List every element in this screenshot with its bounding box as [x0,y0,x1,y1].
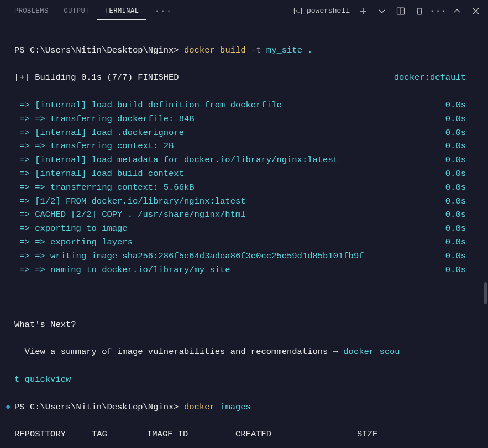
build-steps: => [internal] load build definition from… [14,98,478,277]
build-step-line: => exporting to image0.0s [14,222,478,236]
prompt: PS C:\Users\Nitin\Desktop\Nginx> [14,45,179,55]
build-step-text: => => transferring context: 2B [14,141,174,151]
build-step-line: => CACHED [2/2] COPY . /usr/share/nginx/… [14,208,478,222]
build-step-line: => [internal] load build definition from… [14,98,478,112]
build-step-time: 0.0s [445,167,466,181]
build-step-line: => [internal] load metadata for docker.i… [14,153,478,167]
panel-tabs: PROBLEMS OUTPUT TERMINAL ··· [7,1,180,21]
build-step-line: => => exporting layers0.0s [14,236,478,249]
build-step-line: => => transferring context: 2B0.0s [14,139,478,153]
build-step-text: => => writing image sha256:286f5e64d3ade… [14,251,364,261]
scrollbar-thumb[interactable] [484,282,487,304]
terminal-shell-selector[interactable]: powershell [292,6,350,17]
build-step-time: 0.0s [445,181,466,195]
svg-rect-0 [294,8,301,14]
build-step-line: => => transferring context: 5.66kB0.0s [14,181,478,195]
whats-next-heading: What's Next? [14,318,478,332]
close-panel-button[interactable] [470,6,481,17]
maximize-panel-button[interactable] [452,6,463,17]
panel-more-actions[interactable]: ··· [433,6,444,17]
build-step-text: => => transferring dockerfile: 84B [14,114,195,124]
new-terminal-button[interactable] [358,6,369,17]
cmd-token: docker [184,402,215,412]
panel-toolbar: powershell ··· [292,6,481,17]
docker-builder: docker:default [394,71,466,85]
build-step-text: => [internal] load build definition from… [14,100,282,110]
tab-output[interactable]: OUTPUT [56,2,97,20]
prompt: PS C:\Users\Nitin\Desktop\Nginx> [14,402,179,412]
build-step-line: => [internal] load .dockerignore0.0s [14,126,478,140]
build-step-time: 0.0s [445,222,466,236]
build-step-time: 0.0s [445,249,466,263]
build-step-text: => exporting to image [14,223,128,233]
build-step-line: => => writing image sha256:286f5e64d3ade… [14,249,478,263]
tab-problems[interactable]: PROBLEMS [7,2,56,20]
build-step-line: => => transferring dockerfile: 84B0.0s [14,112,478,126]
hint-command: docker scou [343,347,400,357]
table-header-row: REPOSITORYTAGIMAGE IDCREATEDSIZE [14,428,478,441]
build-step-text: => [internal] load .dockerignore [14,128,184,138]
tabs-overflow-button[interactable]: ··· [146,1,180,21]
hint-text: View a summary of image vulnerabilities … [14,347,343,357]
kill-terminal-button[interactable] [414,6,425,17]
build-step-time: 0.0s [445,98,466,112]
build-step-text: => => exporting layers [14,237,133,247]
cmd-args: my_site . [266,45,313,55]
build-step-text: => [internal] load build context [14,169,184,179]
terminal-icon [292,6,303,17]
build-step-time: 0.0s [445,263,466,277]
hint-command-cont: t quickview [14,374,71,384]
build-step-time: 0.0s [445,112,466,126]
cmd-token: docker [184,45,215,55]
build-step-text: => [internal] load metadata for docker.i… [14,155,338,165]
build-step-text: => => naming to docker.io/library/my_sit… [14,265,230,275]
cmd-flag: -t [251,45,261,55]
panel-tab-bar: PROBLEMS OUTPUT TERMINAL ··· powershell … [0,0,488,22]
prompt-status-dirty-icon: ● [6,400,11,414]
split-terminal-button[interactable] [395,6,406,17]
build-step-time: 0.0s [445,195,466,209]
launch-profile-dropdown[interactable] [376,6,387,17]
build-step-text: => CACHED [2/2] COPY . /usr/share/nginx/… [14,210,246,220]
build-step-time: 0.0s [445,126,466,140]
build-step-line: => [1/2] FROM docker.io/library/nginx:la… [14,195,478,209]
cmd-token: build [220,45,246,55]
build-status: [+] Building 0.1s (7/7) FINISHED [14,72,179,82]
build-step-time: 0.0s [445,139,466,153]
cmd-token: images [220,402,251,412]
build-step-time: 0.0s [445,208,466,222]
build-step-time: 0.0s [445,236,466,249]
tab-terminal[interactable]: TERMINAL [97,2,147,20]
build-step-line: => => naming to docker.io/library/my_sit… [14,263,478,277]
shell-name: powershell [307,7,350,15]
terminal-content[interactable]: PS C:\Users\Nitin\Desktop\Nginx> docker … [0,22,488,448]
build-step-line: => [internal] load build context0.0s [14,167,478,181]
build-step-text: => => transferring context: 5.66kB [14,183,195,192]
build-step-text: => [1/2] FROM docker.io/library/nginx:la… [14,196,246,206]
build-step-time: 0.0s [445,153,466,167]
